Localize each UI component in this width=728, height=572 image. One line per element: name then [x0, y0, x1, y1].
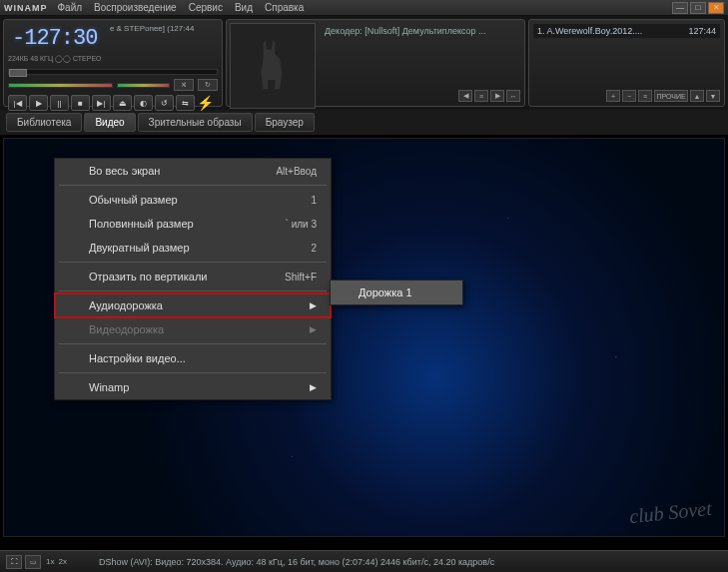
- prev-button[interactable]: |◀: [8, 95, 27, 111]
- ctx-double-size[interactable]: Двукратный размер2: [55, 236, 331, 260]
- ctx-separator: [59, 290, 327, 291]
- pause-button[interactable]: ||: [50, 95, 69, 111]
- pl-other-button[interactable]: ПРОЧИЕ: [654, 90, 688, 102]
- menu-view[interactable]: Вид: [235, 2, 253, 13]
- app-brand: WINAMP: [4, 3, 48, 13]
- repeat-toggle[interactable]: ↻: [198, 79, 218, 91]
- song-meta: 224КБ 48 КГЦ ◯◯ СТЕРЕО: [8, 55, 218, 63]
- tab-bar: Библиотека Видео Зрительные образы Брауз…: [0, 110, 728, 135]
- zoom-2x[interactable]: 2x: [58, 557, 66, 566]
- tab-browser[interactable]: Браузер: [255, 113, 315, 132]
- dec-list-button[interactable]: ≡: [474, 90, 488, 102]
- player-top-row: -127:30 e & STEPonee] (127:44 224КБ 48 К…: [0, 16, 728, 110]
- dec-prev-button[interactable]: ◀: [458, 90, 472, 102]
- play-button[interactable]: ▶: [29, 95, 48, 111]
- dec-next-button[interactable]: ▶: [490, 90, 504, 102]
- menu-help[interactable]: Справка: [265, 2, 304, 13]
- status-bar: ⛶ ▭ 1x 2x DShow (AVI): Видео: 720x384. А…: [0, 550, 728, 572]
- llama-icon: [248, 38, 298, 94]
- pl-up-button[interactable]: ▲: [690, 90, 704, 102]
- playlist-item-time: 127:44: [688, 26, 716, 36]
- playlist-item-title: 1. A.Werewolf.Boy.2012....: [537, 26, 642, 36]
- pl-add-button[interactable]: +: [606, 90, 620, 102]
- ctx-video-track: Видеодорожка▶: [55, 317, 331, 341]
- close-button[interactable]: ✕: [708, 2, 724, 14]
- seek-bar[interactable]: [8, 69, 218, 75]
- audio-track-submenu: Дорожка 1: [330, 280, 463, 305]
- shuffle-toggle[interactable]: ⤨: [174, 79, 194, 91]
- pl-down-button[interactable]: ▼: [706, 90, 720, 102]
- ctx-fullscreen[interactable]: Во весь экранAlt+Ввод: [55, 159, 331, 183]
- context-menu: Во весь экранAlt+Ввод Обычный размер1 По…: [54, 158, 332, 400]
- time-display[interactable]: -127:30: [8, 24, 101, 53]
- ctx-audio-track[interactable]: Аудиодорожка▶: [55, 293, 331, 317]
- tab-video[interactable]: Видео: [84, 113, 135, 132]
- ctx-flip-vertical[interactable]: Отразить по вертикалиShift+F: [55, 265, 331, 288]
- menu-file[interactable]: Файл: [58, 2, 83, 13]
- minimize-button[interactable]: —: [672, 2, 688, 14]
- playlist-panel: 1. A.Werewolf.Boy.2012.... 127:44 + − ≡ …: [528, 19, 725, 107]
- tab-library[interactable]: Библиотека: [6, 113, 82, 132]
- aux1-button[interactable]: ◐: [134, 95, 153, 111]
- aux3-button[interactable]: ⇆: [176, 95, 195, 111]
- submenu-track-1[interactable]: Дорожка 1: [331, 281, 462, 304]
- chevron-right-icon: ▶: [310, 300, 317, 310]
- decoder-panel: Декодер: [Nullsoft] Демультиплексор ... …: [226, 19, 525, 107]
- menu-playback[interactable]: Воспроизведение: [94, 2, 177, 13]
- decoder-value: [Nullsoft] Демультиплексор ...: [364, 26, 485, 36]
- next-button[interactable]: ▶|: [92, 95, 111, 111]
- ctx-normal-size[interactable]: Обычный размер1: [55, 188, 331, 212]
- ctx-separator: [59, 343, 327, 344]
- status-fullscreen-button[interactable]: ⛶: [6, 555, 22, 569]
- titlebar: WINAMP Файл Воспроизведение Сервис Вид С…: [0, 0, 728, 16]
- pl-misc-button[interactable]: ≡: [638, 90, 652, 102]
- chevron-right-icon: ▶: [310, 324, 317, 334]
- pl-rem-button[interactable]: −: [622, 90, 636, 102]
- tab-vis[interactable]: Зрительные образы: [138, 113, 253, 132]
- status-info: DShow (AVI): Видео: 720x384. Аудио: 48 к…: [99, 557, 494, 567]
- ctx-separator: [59, 262, 327, 263]
- menu-service[interactable]: Сервис: [189, 2, 223, 13]
- volume-slider[interactable]: [8, 83, 113, 88]
- balance-slider[interactable]: [117, 83, 170, 88]
- playlist-item[interactable]: 1. A.Werewolf.Boy.2012.... 127:44: [533, 24, 720, 38]
- ctx-separator: [59, 185, 327, 186]
- decoder-label: Декодер:: [325, 26, 363, 36]
- status-normal-button[interactable]: ▭: [25, 555, 41, 569]
- lightning-icon[interactable]: ⚡: [197, 95, 218, 111]
- chevron-right-icon: ▶: [310, 382, 317, 392]
- dec-stretch-button[interactable]: ↔: [506, 90, 520, 102]
- maximize-button[interactable]: □: [690, 2, 706, 14]
- zoom-1x[interactable]: 1x: [46, 557, 54, 566]
- stop-button[interactable]: ■: [71, 95, 90, 111]
- eject-button[interactable]: ⏏: [113, 95, 132, 111]
- ctx-half-size[interactable]: Половинный размер` или 3: [55, 212, 331, 236]
- player-display-panel: -127:30 e & STEPonee] (127:44 224КБ 48 К…: [3, 19, 223, 107]
- aux2-button[interactable]: ↺: [155, 95, 174, 111]
- ctx-winamp[interactable]: Winamp▶: [55, 375, 331, 399]
- song-title: e & STEPonee] (127:44: [110, 24, 210, 33]
- ctx-video-settings[interactable]: Настройки видео...: [55, 346, 331, 370]
- seek-thumb[interactable]: [9, 69, 27, 77]
- ctx-separator: [59, 372, 327, 373]
- album-art: [230, 23, 316, 109]
